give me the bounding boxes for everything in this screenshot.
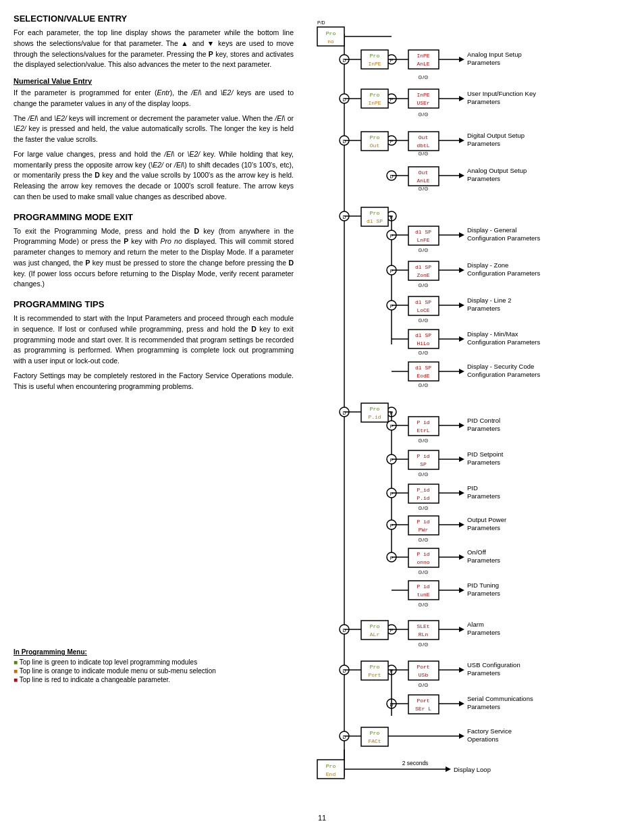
svg-text:User Input/Function Key: User Input/Function Key [467, 90, 536, 97]
subsection-para2: The /El\ and \E2/ keys will increment or… [14, 113, 294, 145]
svg-text:⊙/⊙: ⊙/⊙ [418, 74, 429, 80]
svg-text:dl SP: dl SP [415, 264, 431, 270]
svg-text:P id: P id [417, 519, 429, 525]
svg-text:Digital Output Setup: Digital Output Setup [467, 132, 525, 139]
svg-text:Parameters: Parameters [467, 492, 500, 500]
svg-text:InPE: InPE [417, 53, 429, 59]
svg-text:P: P [390, 556, 394, 561]
svg-text:Parameters: Parameters [467, 425, 500, 432]
svg-text:Parameters: Parameters [467, 629, 500, 636]
svg-text:InPE: InPE [417, 92, 429, 98]
svg-text:⊙/⊙: ⊙/⊙ [418, 438, 429, 444]
svg-text:P: P [390, 234, 394, 238]
svg-text:P: P [390, 458, 394, 463]
svg-text:D: D [342, 58, 346, 63]
svg-text:EtrL: EtrL [417, 427, 429, 434]
svg-text:P id: P id [417, 583, 429, 590]
svg-text:PID: PID [467, 484, 478, 492]
svg-text:EodE: EodE [417, 373, 429, 379]
svg-text:D: D [342, 669, 346, 673]
svg-text:ALr: ALr [370, 631, 380, 637]
svg-marker-88 [459, 232, 464, 238]
svg-text:⊙/⊙: ⊙/⊙ [418, 382, 429, 388]
svg-text:Pro: Pro [326, 763, 336, 769]
svg-text:USb: USb [419, 672, 429, 678]
section1-title: SELECTION/VALUE ENTRY [14, 14, 294, 24]
svg-text:D: D [342, 411, 346, 415]
svg-marker-220 [459, 627, 464, 632]
svg-text:P: P [390, 58, 394, 63]
section2-title: PROGRAMMING MODE EXIT [14, 212, 294, 222]
svg-text:InPE: InPE [368, 61, 381, 67]
svg-text:AnLE: AnLE [417, 61, 429, 67]
svg-text:dl SP: dl SP [415, 299, 431, 305]
svg-text:P id: P id [417, 419, 429, 425]
programming-diagram: .lcd-text-green { font-family: 'Courier … [304, 14, 601, 810]
prog-line-red: ■ Top line is red to indicate a changeab… [14, 676, 294, 683]
svg-text:Display - Line 2: Display - Line 2 [467, 296, 511, 304]
svg-text:Parameters: Parameters [467, 98, 500, 105]
svg-text:Configuration Parameters: Configuration Parameters [467, 234, 540, 242]
svg-text:D: D [342, 735, 346, 739]
section3-para2: Factory Settings may be completely resto… [14, 371, 294, 392]
svg-text:PID Setpoint: PID Setpoint [467, 450, 504, 458]
svg-text:Parameters: Parameters [467, 669, 500, 677]
svg-text:Parameters: Parameters [467, 459, 500, 466]
svg-text:Display Loop: Display Loop [454, 766, 491, 773]
svg-text:InPE: InPE [368, 100, 381, 106]
svg-text:Pro: Pro [370, 664, 380, 670]
svg-text:P.id: P.id [417, 495, 429, 501]
prog-line-orange: ■ Top line is orange to indicate module … [14, 667, 294, 675]
svg-text:onno: onno [417, 559, 429, 565]
svg-text:⊙/⊙: ⊙/⊙ [418, 151, 429, 157]
svg-text:D: D [390, 174, 393, 179]
svg-text:⊙/⊙: ⊙/⊙ [418, 186, 429, 192]
svg-text:LnFE: LnFE [417, 237, 429, 243]
svg-text:⊙/⊙: ⊙/⊙ [418, 642, 429, 648]
svg-marker-269 [446, 766, 451, 772]
svg-text:Alarm: Alarm [467, 621, 484, 628]
svg-text:tunE: tunE [417, 592, 429, 598]
svg-text:P: P [390, 628, 394, 633]
in-prog-menu: In Programming Menu: ■ Top line is green… [14, 648, 294, 683]
svg-text:P: P [390, 97, 394, 102]
svg-marker-67 [459, 173, 464, 178]
svg-text:no: no [327, 38, 334, 45]
svg-text:Parameters: Parameters [467, 305, 500, 312]
svg-text:dl SP: dl SP [415, 229, 431, 235]
svg-marker-149 [459, 423, 464, 428]
section2-para1: To exit the Programming Mode, press and … [14, 226, 294, 290]
svg-marker-260 [459, 733, 464, 739]
in-prog-menu-title: In Programming Menu: [14, 648, 294, 656]
svg-text:P: P [390, 269, 394, 273]
svg-text:USB Configuration: USB Configuration [467, 661, 520, 669]
svg-marker-182 [459, 522, 464, 527]
svg-text:Output Power: Output Power [467, 516, 506, 523]
svg-text:Pro: Pro [370, 406, 380, 412]
svg-text:P: P [390, 492, 394, 496]
svg-marker-238 [459, 667, 464, 673]
svg-text:ZonE: ZonE [417, 272, 429, 278]
svg-marker-249 [459, 701, 464, 706]
svg-text:⊙/⊙: ⊙/⊙ [418, 350, 429, 356]
svg-text:Configuration Parameters: Configuration Parameters [467, 269, 540, 277]
svg-text:Parameters: Parameters [467, 556, 500, 564]
svg-text:D: D [342, 215, 346, 219]
svg-text:FACt: FACt [368, 738, 381, 744]
svg-text:P id: P id [417, 551, 429, 557]
svg-text:PID Control: PID Control [467, 417, 500, 424]
svg-text:Pro: Pro [370, 134, 380, 140]
svg-text:P_id: P_id [417, 487, 429, 493]
svg-text:PWr: PWr [419, 527, 429, 533]
svg-text:Display - Security Code: Display - Security Code [467, 363, 534, 370]
svg-marker-128 [459, 369, 464, 374]
section3-para1: It is recommended to start with the Inpu… [14, 313, 294, 367]
svg-text:⊙/⊙: ⊙/⊙ [418, 111, 429, 118]
svg-marker-38 [459, 96, 464, 101]
svg-marker-110 [459, 303, 464, 308]
svg-text:Pro: Pro [370, 92, 380, 98]
svg-marker-171 [459, 490, 464, 496]
svg-text:Configuration Parameters: Configuration Parameters [467, 371, 540, 378]
svg-text:End: End [326, 771, 336, 777]
svg-text:Display - General: Display - General [467, 226, 516, 234]
